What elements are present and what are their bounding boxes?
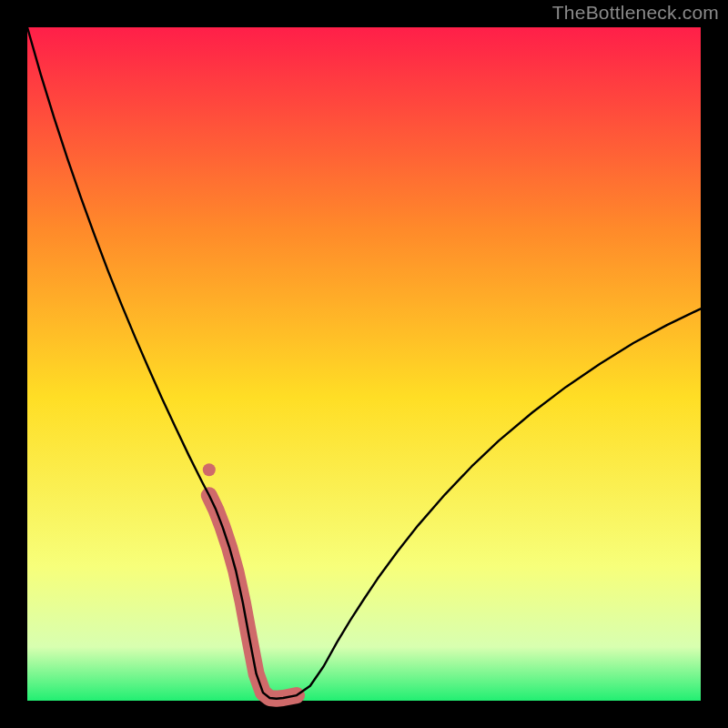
bottleneck-chart — [0, 0, 728, 728]
highlight-dot — [203, 463, 216, 476]
chart-container: TheBottleneck.com — [0, 0, 728, 728]
watermark-label: TheBottleneck.com — [552, 2, 719, 24]
